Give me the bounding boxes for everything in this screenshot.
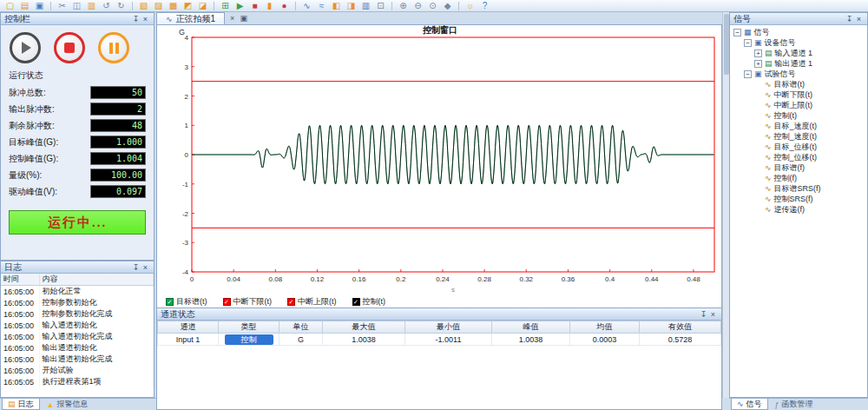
tab-signal[interactable]: ∿信号 <box>731 399 768 410</box>
cut-icon[interactable]: ✂ <box>56 1 69 11</box>
start-button[interactable] <box>10 32 41 63</box>
log-row[interactable]: 16:05:00输入通道初始化 <box>1 320 154 331</box>
log-row[interactable]: 16:05:00初始化正常 <box>1 286 154 298</box>
expand-icon[interactable]: + <box>754 50 762 57</box>
expand-icon[interactable]: + <box>754 60 762 68</box>
report-icon[interactable]: ▥ <box>359 1 372 11</box>
new-spectrum-window-icon[interactable]: ≈ <box>315 1 328 11</box>
help-icon[interactable]: ? <box>478 1 491 11</box>
tree-item[interactable]: ∿控制(t) <box>732 110 867 121</box>
pin-icon[interactable]: ↧ <box>131 15 141 23</box>
limit-config-icon[interactable]: ◩ <box>181 1 194 11</box>
pin-icon[interactable]: ↧ <box>845 15 854 23</box>
close-icon[interactable]: × <box>708 310 718 319</box>
tree-spacer <box>754 102 762 109</box>
log-row[interactable]: 16:05:00输出通道初始化 <box>1 342 154 354</box>
pause-icon[interactable]: ▮ <box>263 1 276 11</box>
pause-button[interactable] <box>98 32 129 63</box>
tree-item[interactable]: ∿逆传递(f) <box>732 204 867 215</box>
log-row[interactable]: 16:05:00开始试验 <box>1 365 154 376</box>
legend-item[interactable]: ✓中断下限(t) <box>223 296 273 308</box>
tree-item[interactable]: ∿控制_位移(t) <box>732 152 867 162</box>
vertical-scrollbar[interactable] <box>722 12 729 398</box>
legend-checkbox[interactable]: ✓ <box>166 298 174 306</box>
pin-icon[interactable]: ↧ <box>699 310 708 319</box>
close-icon[interactable]: × <box>141 15 150 23</box>
tile-vertical-icon[interactable]: ◨ <box>345 1 358 11</box>
test-document-tab[interactable]: ∿ 正弦拍频1 <box>156 12 225 24</box>
control-chart[interactable]: 控制窗口G43210-1-2-3-400.040.080.120.160.20.… <box>157 25 723 296</box>
save-icon[interactable]: ▣ <box>33 1 46 11</box>
tree-item[interactable]: −▣设备信号 <box>732 37 867 48</box>
open-icon[interactable]: ▤ <box>18 1 31 11</box>
log-row[interactable]: 16:05:00控制参数初始化完成 <box>1 308 154 320</box>
export-data-icon[interactable]: ⊡ <box>374 1 387 11</box>
zoom-fit-icon[interactable]: ⊙ <box>426 1 439 11</box>
tree-item[interactable]: ∿控制SRS(f) <box>732 194 867 204</box>
tree-item[interactable]: ∿目标_速度(t) <box>732 121 867 131</box>
channel-config-icon[interactable]: ▨ <box>152 1 165 11</box>
tree-item[interactable]: ∿控制_速度(t) <box>732 131 867 142</box>
window-list-icon[interactable]: ▣ <box>240 14 247 23</box>
collapse-icon[interactable]: − <box>744 70 752 78</box>
tree-item[interactable]: ∿目标谱(f) <box>732 162 867 173</box>
log-table: 时间内容 16:05:00初始化正常16:05:00控制参数初始化16:05:0… <box>1 274 154 387</box>
tab-function-manager[interactable]: ƒ函数管理 <box>770 399 819 410</box>
sensor-config-icon[interactable]: ◪ <box>196 1 209 11</box>
log-row[interactable]: 16:05:05执行进程表第1项 <box>1 376 154 387</box>
signal-icon: ∿ <box>765 142 772 151</box>
tree-item[interactable]: ∿目标谱(t) <box>732 79 867 89</box>
tree-item[interactable]: ∿中断上限(t) <box>732 100 867 110</box>
cursor-icon[interactable]: ◆ <box>441 1 454 11</box>
stop-button[interactable] <box>54 32 85 63</box>
tree-item[interactable]: −▦信号 <box>732 27 867 37</box>
log-row[interactable]: 16:05:00输入通道初始化完成 <box>1 331 154 342</box>
start-icon[interactable]: ▶ <box>233 1 247 11</box>
close-icon[interactable]: × <box>854 15 864 23</box>
status-field: 输出脉冲数:2 <box>9 101 146 117</box>
collapse-icon[interactable]: − <box>744 39 752 47</box>
close-icon[interactable]: × <box>141 263 150 272</box>
log-row[interactable]: 16:05:00控制参数初始化 <box>1 297 154 308</box>
legend-checkbox[interactable]: ✓ <box>287 298 295 306</box>
legend-checkbox[interactable]: ✓ <box>352 298 360 306</box>
tree-item[interactable]: ∿控制(f) <box>732 173 867 183</box>
status-field: 控制峰值(G):1.004 <box>9 150 146 167</box>
pin-icon[interactable]: ↧ <box>131 263 141 272</box>
settings-icon[interactable]: ☼ <box>464 1 477 11</box>
tab-alarm[interactable]: ▲报警信息 <box>42 399 94 410</box>
channel-row[interactable]: Input 1控制G1.0038-1.00111.00380.00030.572… <box>158 334 721 346</box>
zoom-out-icon[interactable]: ⊖ <box>411 1 424 11</box>
connect-icon[interactable]: ⊞ <box>219 1 232 11</box>
new-waveform-window-icon[interactable]: ∿ <box>300 1 313 11</box>
legend-checkbox[interactable]: ✓ <box>223 298 231 306</box>
zoom-in-icon[interactable]: ⊕ <box>397 1 410 11</box>
legend-item[interactable]: ✓控制(t) <box>352 296 386 308</box>
tree-item[interactable]: +▤输入通道 1 <box>732 48 867 58</box>
schedule-icon[interactable]: ▩ <box>167 1 180 11</box>
test-config-icon[interactable]: ▧ <box>137 1 150 11</box>
record-icon[interactable]: ● <box>278 1 291 11</box>
tree-item[interactable]: ∿目标_位移(t) <box>732 142 867 152</box>
channel-column-header: 通道 <box>158 321 219 334</box>
close-tab-icon[interactable]: × <box>230 14 234 23</box>
legend-item[interactable]: ✓中断上限(t) <box>287 296 337 308</box>
paste-icon[interactable]: ▥ <box>85 1 98 11</box>
tile-horizontal-icon[interactable]: ◧ <box>330 1 343 11</box>
stop-icon[interactable]: ■ <box>248 1 261 11</box>
tree-item[interactable]: −▣试验信号 <box>732 69 867 79</box>
tree-item[interactable]: ∿中断下限(t) <box>732 89 867 100</box>
folder-icon: ▣ <box>754 69 762 78</box>
collapse-icon[interactable]: − <box>733 29 741 36</box>
redo-icon[interactable]: ↻ <box>115 1 128 11</box>
tab-log[interactable]: ▤日志 <box>2 399 40 410</box>
copy-icon[interactable]: ◫ <box>70 1 83 11</box>
root-icon: ▦ <box>744 28 752 36</box>
tree-item[interactable]: +▤输出通道 1 <box>732 58 867 69</box>
log-row[interactable]: 16:05:00输出通道初始化完成 <box>1 354 154 365</box>
tree-item[interactable]: ∿目标谱SRS(f) <box>732 183 867 194</box>
undo-icon[interactable]: ↺ <box>100 1 113 11</box>
new-test-icon[interactable]: ▢ <box>3 1 16 11</box>
control-panel: 控制栏 ↧ × 运行状态 脉冲总数:50输出脉冲数:2剩余脉冲数:48目标峰值(… <box>0 12 155 261</box>
legend-item[interactable]: ✓目标谱(t) <box>166 296 207 308</box>
